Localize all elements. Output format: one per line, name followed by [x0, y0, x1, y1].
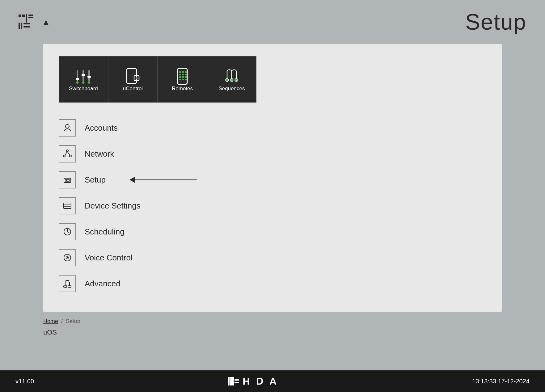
- tile-sequences[interactable]: 1 2 3 Sequences: [207, 56, 256, 103]
- setup-arrow: [130, 177, 197, 183]
- hda-logo-icon: [228, 376, 239, 387]
- top-bar: ▲ Setup: [0, 0, 545, 41]
- svg-point-20: [136, 77, 137, 79]
- svg-rect-29: [182, 76, 184, 78]
- menu-item-accounts[interactable]: Accounts: [59, 115, 486, 141]
- breadcrumb-home[interactable]: Home: [43, 318, 58, 325]
- svg-line-58: [67, 232, 69, 233]
- svg-rect-30: [185, 76, 187, 78]
- tile-remotes[interactable]: Remotes: [158, 56, 207, 103]
- svg-rect-27: [185, 74, 187, 75]
- svg-rect-33: [185, 79, 187, 80]
- menu-item-scheduling-label: Scheduling: [85, 227, 125, 237]
- svg-rect-72: [234, 379, 239, 381]
- arrow-line: [135, 179, 197, 180]
- menu-item-device-settings[interactable]: Device Settings: [59, 193, 486, 219]
- version-label: v11.00: [15, 378, 34, 385]
- tiles-row: Switchboard uControl: [59, 56, 486, 103]
- hda-logo-text: H D A: [243, 376, 278, 387]
- tile-ucontrol-label: uControl: [123, 86, 143, 92]
- tile-ucontrol[interactable]: uControl: [108, 56, 158, 103]
- scheduling-icon: [63, 227, 72, 236]
- voice-control-icon: [63, 253, 72, 262]
- arrow-head: [129, 177, 135, 183]
- svg-rect-6: [21, 23, 22, 29]
- sequences-icon: 1 2 3: [222, 67, 241, 86]
- svg-rect-53: [64, 203, 71, 209]
- menu-list: Accounts Network: [59, 115, 486, 297]
- svg-rect-52: [66, 180, 67, 181]
- svg-rect-0: [19, 15, 21, 17]
- network-icon-box: [59, 145, 76, 162]
- svg-rect-7: [23, 23, 30, 24]
- accounts-icon: [63, 123, 72, 133]
- device-settings-icon-box: [59, 197, 76, 214]
- scheduling-icon-box: [59, 223, 76, 240]
- svg-rect-11: [88, 70, 90, 81]
- svg-point-46: [70, 155, 71, 157]
- ucontrol-icon: [124, 67, 142, 86]
- svg-rect-31: [179, 79, 181, 80]
- svg-point-61: [67, 257, 68, 258]
- svg-rect-26: [182, 74, 184, 75]
- svg-rect-70: [230, 377, 232, 386]
- datetime-label: 13:13:33 17-12-2024: [472, 378, 530, 385]
- svg-rect-73: [234, 382, 239, 383]
- svg-rect-71: [232, 377, 234, 386]
- setup-icon-box: [59, 171, 76, 188]
- svg-rect-14: [87, 76, 91, 78]
- svg-rect-32: [182, 79, 184, 80]
- svg-rect-5: [19, 23, 20, 29]
- uos-label: uOS: [43, 328, 502, 336]
- svg-rect-4: [28, 17, 33, 18]
- svg-rect-69: [228, 377, 230, 386]
- svg-rect-13: [82, 74, 85, 76]
- accounts-icon-box: [59, 119, 76, 137]
- svg-line-48: [67, 152, 70, 155]
- svg-rect-25: [179, 74, 181, 75]
- menu-item-network-label: Network: [85, 149, 114, 159]
- svg-rect-2: [26, 14, 27, 23]
- svg-point-44: [66, 150, 68, 152]
- main-panel: Switchboard uControl: [43, 44, 502, 312]
- svg-rect-28: [179, 76, 181, 78]
- svg-rect-22: [179, 71, 181, 73]
- menu-item-advanced-label: Advanced: [85, 279, 120, 289]
- svg-rect-1: [22, 15, 25, 17]
- menu-item-setup-label: Setup: [85, 175, 106, 185]
- svg-point-16: [82, 81, 85, 84]
- advanced-icon-box: [59, 275, 76, 292]
- menu-item-voice-control[interactable]: Voice Control: [59, 245, 486, 271]
- switchboard-icon: [74, 67, 93, 86]
- svg-rect-63: [68, 286, 71, 287]
- menu-icon[interactable]: [19, 14, 35, 30]
- svg-line-47: [65, 152, 67, 155]
- menu-item-accounts-label: Accounts: [85, 123, 118, 133]
- svg-rect-24: [185, 71, 187, 73]
- menu-item-voice-control-label: Voice Control: [85, 253, 133, 263]
- svg-point-15: [76, 81, 79, 84]
- menu-item-scheduling[interactable]: Scheduling: [59, 219, 486, 245]
- device-settings-icon: [63, 201, 72, 210]
- tile-switchboard-label: Switchboard: [69, 86, 98, 92]
- tile-switchboard[interactable]: Switchboard: [59, 56, 108, 103]
- breadcrumb-separator: /: [61, 318, 63, 325]
- svg-point-45: [63, 155, 65, 157]
- menu-item-advanced[interactable]: Advanced: [59, 271, 486, 297]
- hda-logo: H D A: [228, 376, 278, 387]
- svg-rect-62: [64, 286, 67, 287]
- breadcrumb: Home / Setup: [43, 318, 502, 325]
- breadcrumb-current: Setup: [66, 318, 80, 325]
- bottom-bar: v11.00 H D A 13:13:33 17-12-2024: [0, 370, 545, 392]
- svg-rect-3: [28, 15, 33, 16]
- page-title: Setup: [465, 9, 526, 35]
- remotes-icon: [173, 67, 192, 86]
- menu-item-setup[interactable]: Setup: [59, 167, 486, 193]
- svg-rect-12: [76, 78, 79, 80]
- top-left: ▲: [19, 14, 50, 30]
- chevron-up-icon[interactable]: ▲: [42, 17, 50, 27]
- network-icon: [63, 149, 72, 158]
- svg-point-17: [88, 81, 91, 84]
- setup-icon: [63, 175, 72, 184]
- menu-item-network[interactable]: Network: [59, 141, 486, 167]
